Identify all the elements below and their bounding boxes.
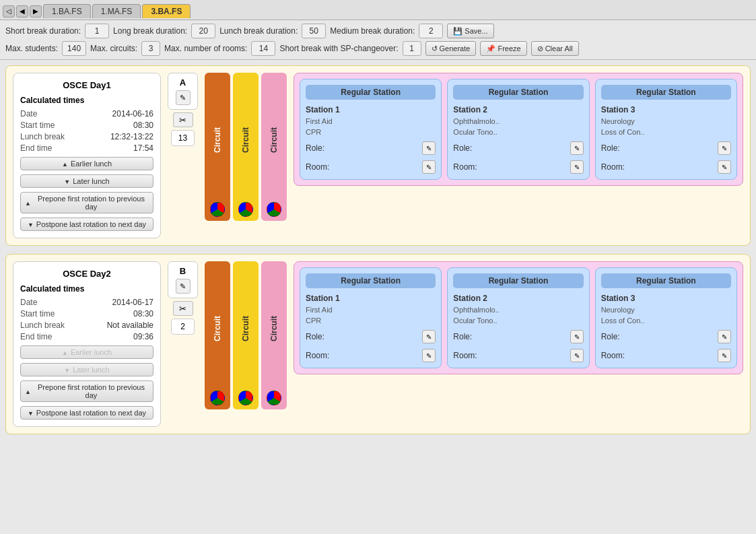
day1-station2-role-edit[interactable]: ✎ [570, 141, 584, 155]
tab-1ma[interactable]: 1.MA.FS [92, 4, 141, 18]
day1-station1-role-edit[interactable]: ✎ [422, 141, 436, 155]
day2-date-value: 2014-06-17 [112, 298, 153, 307]
day2-station1-detail1: First Aid [306, 306, 436, 314]
day1-station1-name: Station 1 [306, 105, 436, 114]
day1-station1-role-row: Role: ✎ [306, 141, 436, 155]
main-content: OSCE Day1 Calculated times Date 2014-06-… [0, 60, 756, 534]
day2-station3-detail2: Loss of Con.. [601, 316, 731, 325]
tab-nav-prev[interactable]: ◁ [3, 5, 15, 18]
day1-station3-room-row: Room: ✎ [601, 160, 731, 174]
day1-end-row: End time 17:54 [20, 143, 153, 153]
day1-end-value: 17:54 [133, 143, 153, 153]
day2-color-circle-3[interactable] [267, 391, 281, 405]
day1-prepone-button[interactable]: Prepone first rotation to previous day [20, 192, 153, 213]
day2-station3-room-edit[interactable]: ✎ [718, 349, 731, 362]
day2-color-circle-1[interactable] [210, 391, 225, 405]
day2-station3-role-row: Role: ✎ [601, 330, 731, 343]
short-break-input[interactable] [85, 24, 109, 38]
day1-later-lunch-button[interactable]: Later lunch [20, 174, 153, 188]
day2-earlier-lunch-button[interactable]: Earlier lunch [20, 345, 153, 359]
day1-station2-role-row: Role: ✎ [453, 141, 583, 155]
day1-postpone-button[interactable]: Postpone last rotation to next day [20, 218, 153, 231]
tab-3ba[interactable]: 3.BA.FS [142, 4, 191, 18]
arrow-up-icon-3 [62, 348, 68, 356]
day1-date-row: Date 2014-06-16 [20, 109, 153, 119]
edit-icon-2: ✎ [180, 282, 186, 291]
day1-scissors-button[interactable]: ✂ [173, 112, 193, 127]
short-break-sp-label: Short break with SP-changeover: [279, 44, 398, 53]
day1-station2-name: Station 2 [453, 105, 583, 114]
day1-station3-room-label: Room: [601, 162, 625, 172]
day2-station1-role-edit[interactable]: ✎ [422, 330, 436, 343]
long-break-input[interactable] [191, 24, 215, 38]
day1-circuit-bar-pink: Circuit [261, 73, 287, 221]
day2-station1-room-edit[interactable]: ✎ [422, 349, 436, 362]
day2-station2-card: Regular Station Station 2 Ophthalmolo.. … [447, 267, 589, 368]
day2-station3-room-label: Room: [601, 351, 625, 360]
day1-color-circle-3[interactable] [267, 202, 281, 217]
day2-postpone-button[interactable]: Postpone last rotation to next day [20, 406, 153, 420]
long-break-label: Long break duration: [113, 26, 187, 36]
day1-date-label: Date [20, 109, 37, 119]
clear-all-button[interactable]: ⊘ Clear All [531, 41, 579, 56]
day2-later-lunch-button[interactable]: Later lunch [20, 363, 153, 376]
tab-nav-right[interactable]: ▶ [30, 5, 42, 18]
max-rooms-input[interactable] [251, 41, 275, 56]
tab-nav-left[interactable]: ◀ [16, 5, 28, 18]
day1-station1-room-edit[interactable]: ✎ [422, 160, 436, 174]
day1-station3-role-edit[interactable]: ✎ [718, 141, 731, 155]
day2-color-circle-2[interactable] [238, 391, 253, 405]
day2-circuit-edit-button[interactable]: ✎ [176, 279, 191, 294]
day1-earlier-lunch-button[interactable]: Earlier lunch [20, 157, 153, 170]
day2-prepone-button[interactable]: Prepone first rotation to previous day [20, 380, 153, 402]
day2-station3-role-edit[interactable]: ✎ [718, 330, 731, 343]
day2-circuit-letter: B [180, 266, 186, 276]
day2-circuit-bar-orange: Circuit [205, 261, 230, 409]
day1-station1-room-label: Room: [306, 162, 329, 172]
day1-color-circle-1[interactable] [210, 202, 225, 217]
day1-circuit-edit-button[interactable]: ✎ [176, 90, 191, 105]
day1-station3-room-edit[interactable]: ✎ [718, 160, 731, 174]
day1-station2-room-edit[interactable]: ✎ [570, 160, 584, 174]
day2-station1-room-label: Room: [306, 351, 329, 360]
day1-circuits-bars: Circuit Circuit Circuit [205, 73, 287, 221]
day2-station2-room-edit[interactable]: ✎ [570, 349, 584, 362]
max-students-input[interactable] [62, 41, 86, 56]
day1-circuit-num: 13 [171, 130, 195, 146]
max-circuits-input[interactable] [141, 41, 160, 56]
edit-icon: ✎ [180, 94, 186, 102]
medium-break-input[interactable] [419, 24, 443, 38]
tab-1ba[interactable]: 1.BA.FS [43, 4, 91, 18]
day1-end-label: End time [20, 143, 52, 153]
arrow-down-icon-4 [28, 409, 34, 417]
lunch-break-label: Lunch break duration: [219, 26, 298, 36]
day2-station2-role-edit[interactable]: ✎ [570, 330, 584, 343]
arrow-down-icon [64, 177, 70, 185]
toolbar-row2: Max. students: Max. circuits: Max. numbe… [5, 41, 751, 56]
arrow-down-icon-2 [28, 220, 34, 228]
short-break-label: Short break duration: [5, 26, 81, 36]
day2-circuit-bar-pink: Circuit [261, 261, 287, 409]
day2-station3-room-row: Room: ✎ [601, 349, 731, 362]
day2-start-row: Start time 08:30 [20, 309, 153, 319]
arrow-up-icon-2 [25, 199, 31, 207]
day1-station3-detail1: Neurology [601, 117, 731, 125]
freeze-button[interactable]: 📌 Freeze [480, 41, 526, 56]
day2-scissors-button[interactable]: ✂ [173, 301, 193, 316]
day1-station3-role-label: Role: [601, 143, 620, 153]
day1-circuit-bar-orange: Circuit [205, 73, 230, 221]
day2-circuit-bar-label-2: Circuit [241, 267, 250, 391]
day2-end-value: 09:36 [133, 332, 153, 341]
day1-panel: OSCE Day1 Calculated times Date 2014-06-… [5, 65, 751, 246]
day1-station3-name: Station 3 [601, 105, 731, 114]
arrow-down-icon-3 [64, 366, 70, 374]
short-break-sp-input[interactable] [403, 41, 421, 56]
generate-button[interactable]: ↺ Generate [425, 41, 477, 56]
day1-stations-area: Regular Station Station 1 First Aid CPR … [294, 73, 743, 186]
day1-color-circle-2[interactable] [238, 202, 253, 217]
lunch-break-input[interactable] [302, 24, 326, 38]
day2-station3-role-label: Role: [601, 332, 620, 341]
max-students-label: Max. students: [5, 44, 58, 53]
day2-station2-role-label: Role: [453, 332, 472, 341]
save-button[interactable]: 💾 Save... [447, 24, 493, 38]
